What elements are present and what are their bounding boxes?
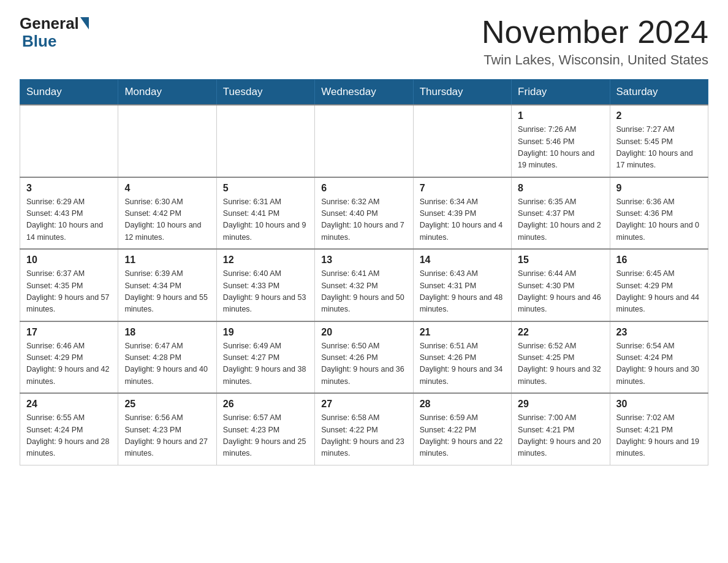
day-number: 9: [616, 183, 702, 194]
day-info: Sunrise: 6:35 AMSunset: 4:37 PMDaylight:…: [518, 196, 603, 244]
day-info: Sunrise: 6:49 AMSunset: 4:27 PMDaylight:…: [223, 340, 308, 388]
calendar-cell: 16Sunrise: 6:45 AMSunset: 4:29 PMDayligh…: [610, 249, 708, 321]
main-title: November 2024: [482, 15, 708, 50]
day-info: Sunrise: 6:46 AMSunset: 4:29 PMDaylight:…: [26, 340, 112, 388]
day-number: 7: [420, 183, 505, 194]
column-header-saturday: Saturday: [610, 80, 708, 105]
day-number: 25: [124, 399, 210, 410]
day-info: Sunrise: 6:52 AMSunset: 4:25 PMDaylight:…: [518, 340, 603, 388]
day-info: Sunrise: 6:50 AMSunset: 4:26 PMDaylight:…: [321, 340, 406, 388]
day-info: Sunrise: 7:26 AMSunset: 5:46 PMDaylight:…: [518, 124, 603, 172]
day-info: Sunrise: 7:02 AMSunset: 4:21 PMDaylight:…: [616, 412, 702, 460]
page-header: General Blue November 2024 Twin Lakes, W…: [20, 15, 708, 68]
day-number: 6: [321, 183, 406, 194]
week-row-2: 3Sunrise: 6:29 AMSunset: 4:43 PMDaylight…: [20, 177, 708, 250]
column-header-wednesday: Wednesday: [315, 80, 413, 105]
day-info: Sunrise: 6:37 AMSunset: 4:35 PMDaylight:…: [26, 268, 112, 316]
calendar-cell: 12Sunrise: 6:40 AMSunset: 4:33 PMDayligh…: [216, 249, 314, 321]
day-info: Sunrise: 6:59 AMSunset: 4:22 PMDaylight:…: [420, 412, 505, 460]
calendar-cell: 7Sunrise: 6:34 AMSunset: 4:39 PMDaylight…: [413, 177, 511, 250]
week-row-3: 10Sunrise: 6:37 AMSunset: 4:35 PMDayligh…: [20, 249, 708, 321]
column-header-friday: Friday: [512, 80, 610, 105]
day-number: 23: [616, 327, 702, 338]
day-number: 8: [518, 183, 603, 194]
day-info: Sunrise: 6:47 AMSunset: 4:28 PMDaylight:…: [124, 340, 210, 388]
calendar-cell: 24Sunrise: 6:55 AMSunset: 4:24 PMDayligh…: [20, 393, 118, 465]
day-info: Sunrise: 6:29 AMSunset: 4:43 PMDaylight:…: [26, 196, 112, 244]
week-row-4: 17Sunrise: 6:46 AMSunset: 4:29 PMDayligh…: [20, 321, 708, 394]
calendar-cell: 27Sunrise: 6:58 AMSunset: 4:22 PMDayligh…: [315, 393, 413, 465]
calendar-cell: 8Sunrise: 6:35 AMSunset: 4:37 PMDaylight…: [512, 177, 610, 250]
calendar-cell: 19Sunrise: 6:49 AMSunset: 4:27 PMDayligh…: [216, 321, 314, 394]
day-number: 1: [518, 110, 603, 121]
calendar-cell: [216, 105, 314, 177]
week-row-5: 24Sunrise: 6:55 AMSunset: 4:24 PMDayligh…: [20, 393, 708, 465]
day-info: Sunrise: 6:34 AMSunset: 4:39 PMDaylight:…: [420, 196, 505, 244]
day-number: 16: [616, 255, 702, 266]
day-number: 28: [420, 399, 505, 410]
calendar-cell: 1Sunrise: 7:26 AMSunset: 5:46 PMDaylight…: [512, 105, 610, 177]
column-header-thursday: Thursday: [413, 80, 511, 105]
day-info: Sunrise: 6:40 AMSunset: 4:33 PMDaylight:…: [223, 268, 308, 316]
logo-triangle-icon: [80, 17, 89, 29]
calendar-cell: 23Sunrise: 6:54 AMSunset: 4:24 PMDayligh…: [610, 321, 708, 394]
calendar-cell: [20, 105, 118, 177]
day-number: 10: [26, 255, 112, 266]
logo-blue-text: Blue: [20, 33, 89, 50]
calendar-cell: 26Sunrise: 6:57 AMSunset: 4:23 PMDayligh…: [216, 393, 314, 465]
day-info: Sunrise: 7:27 AMSunset: 5:45 PMDaylight:…: [616, 124, 702, 172]
title-area: November 2024 Twin Lakes, Wisconsin, Uni…: [482, 15, 708, 68]
day-number: 24: [26, 399, 112, 410]
day-number: 4: [124, 183, 210, 194]
logo: General Blue: [20, 15, 89, 50]
column-header-monday: Monday: [118, 80, 216, 105]
day-info: Sunrise: 7:00 AMSunset: 4:21 PMDaylight:…: [518, 412, 603, 460]
day-info: Sunrise: 6:30 AMSunset: 4:42 PMDaylight:…: [124, 196, 210, 244]
calendar-cell: 15Sunrise: 6:44 AMSunset: 4:30 PMDayligh…: [512, 249, 610, 321]
day-info: Sunrise: 6:56 AMSunset: 4:23 PMDaylight:…: [124, 412, 210, 460]
calendar-cell: 13Sunrise: 6:41 AMSunset: 4:32 PMDayligh…: [315, 249, 413, 321]
day-number: 12: [223, 255, 308, 266]
day-number: 20: [321, 327, 406, 338]
calendar-cell: 30Sunrise: 7:02 AMSunset: 4:21 PMDayligh…: [610, 393, 708, 465]
location-subtitle: Twin Lakes, Wisconsin, United States: [482, 52, 708, 68]
day-info: Sunrise: 6:44 AMSunset: 4:30 PMDaylight:…: [518, 268, 603, 316]
day-number: 19: [223, 327, 308, 338]
calendar-cell: [118, 105, 216, 177]
day-info: Sunrise: 6:58 AMSunset: 4:22 PMDaylight:…: [321, 412, 406, 460]
day-number: 29: [518, 399, 603, 410]
day-number: 3: [26, 183, 112, 194]
day-number: 27: [321, 399, 406, 410]
day-number: 5: [223, 183, 308, 194]
calendar-cell: [315, 105, 413, 177]
day-info: Sunrise: 6:41 AMSunset: 4:32 PMDaylight:…: [321, 268, 406, 316]
day-info: Sunrise: 6:31 AMSunset: 4:41 PMDaylight:…: [223, 196, 308, 244]
calendar-cell: 2Sunrise: 7:27 AMSunset: 5:45 PMDaylight…: [610, 105, 708, 177]
calendar-cell: 4Sunrise: 6:30 AMSunset: 4:42 PMDaylight…: [118, 177, 216, 250]
calendar-cell: 28Sunrise: 6:59 AMSunset: 4:22 PMDayligh…: [413, 393, 511, 465]
calendar-cell: 18Sunrise: 6:47 AMSunset: 4:28 PMDayligh…: [118, 321, 216, 394]
calendar-cell: 22Sunrise: 6:52 AMSunset: 4:25 PMDayligh…: [512, 321, 610, 394]
column-header-tuesday: Tuesday: [216, 80, 314, 105]
week-row-1: 1Sunrise: 7:26 AMSunset: 5:46 PMDaylight…: [20, 105, 708, 177]
day-number: 14: [420, 255, 505, 266]
day-info: Sunrise: 6:32 AMSunset: 4:40 PMDaylight:…: [321, 196, 406, 244]
calendar-cell: 17Sunrise: 6:46 AMSunset: 4:29 PMDayligh…: [20, 321, 118, 394]
calendar-cell: 29Sunrise: 7:00 AMSunset: 4:21 PMDayligh…: [512, 393, 610, 465]
day-info: Sunrise: 6:43 AMSunset: 4:31 PMDaylight:…: [420, 268, 505, 316]
calendar-cell: 20Sunrise: 6:50 AMSunset: 4:26 PMDayligh…: [315, 321, 413, 394]
logo-general-text: General: [20, 15, 79, 33]
day-number: 13: [321, 255, 406, 266]
day-number: 26: [223, 399, 308, 410]
calendar-cell: 14Sunrise: 6:43 AMSunset: 4:31 PMDayligh…: [413, 249, 511, 321]
day-number: 2: [616, 110, 702, 121]
column-header-sunday: Sunday: [20, 80, 118, 105]
calendar-cell: 25Sunrise: 6:56 AMSunset: 4:23 PMDayligh…: [118, 393, 216, 465]
day-number: 18: [124, 327, 210, 338]
calendar-cell: 11Sunrise: 6:39 AMSunset: 4:34 PMDayligh…: [118, 249, 216, 321]
calendar-header-row: SundayMondayTuesdayWednesdayThursdayFrid…: [20, 80, 708, 105]
day-info: Sunrise: 6:51 AMSunset: 4:26 PMDaylight:…: [420, 340, 505, 388]
day-info: Sunrise: 6:39 AMSunset: 4:34 PMDaylight:…: [124, 268, 210, 316]
day-info: Sunrise: 6:57 AMSunset: 4:23 PMDaylight:…: [223, 412, 308, 460]
day-info: Sunrise: 6:55 AMSunset: 4:24 PMDaylight:…: [26, 412, 112, 460]
